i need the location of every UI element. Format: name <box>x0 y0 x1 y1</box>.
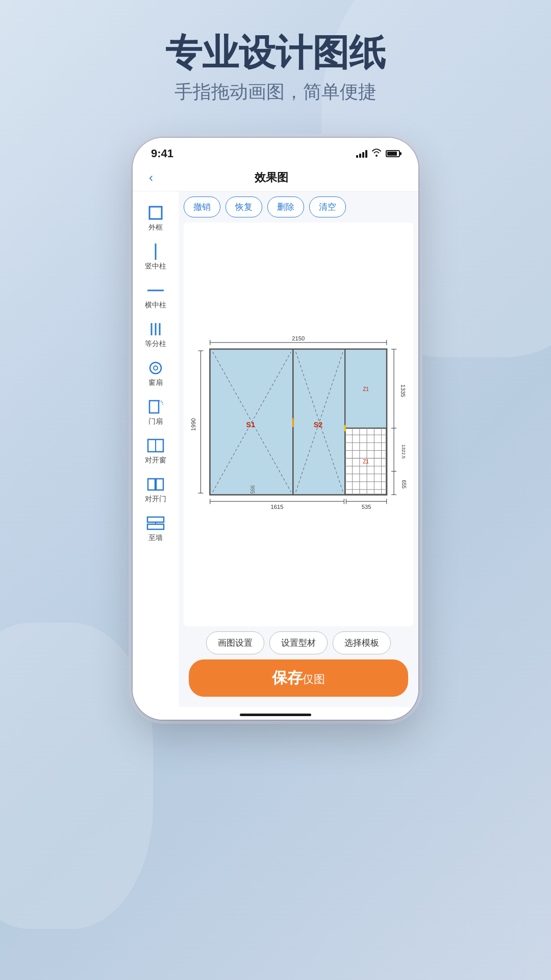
save-main-label: 保存 <box>272 669 303 686</box>
home-bar <box>240 714 311 716</box>
svg-rect-11 <box>148 479 155 490</box>
svg-text:535: 535 <box>362 503 371 509</box>
signal-icon <box>356 150 367 158</box>
svg-text:655: 655 <box>402 480 407 488</box>
svg-rect-8 <box>149 401 159 413</box>
svg-point-6 <box>150 362 161 374</box>
svg-text:S2: S2 <box>314 421 323 429</box>
horizontal-bar-icon <box>146 281 165 300</box>
bg-decoration-2 <box>0 623 153 929</box>
status-bar: 9:41 <box>133 138 418 164</box>
phone-mockup: 9:41 ‹ 效果图 <box>133 138 418 720</box>
square-icon <box>146 204 165 222</box>
page-subtitle: 手指拖动画图，简单便捷 <box>0 80 551 105</box>
window-sash-label: 窗扇 <box>148 378 163 387</box>
select-template-button[interactable]: 选择模板 <box>333 631 391 654</box>
status-icons <box>356 149 400 159</box>
svg-rect-14 <box>147 524 164 529</box>
clear-button[interactable]: 清空 <box>309 197 346 217</box>
vertical-bar-icon <box>146 242 165 261</box>
outer-frame-label: 外框 <box>148 223 163 232</box>
sidebar-item-door-sash[interactable]: 门扇 <box>133 394 179 430</box>
home-indicator <box>133 707 418 720</box>
redo-button[interactable]: 恢复 <box>226 197 262 217</box>
svg-point-7 <box>154 366 158 370</box>
svg-text:Z1: Z1 <box>363 386 369 391</box>
drawing-area: 2150 1990 <box>184 223 413 626</box>
double-window-label: 对开窗 <box>145 456 166 465</box>
svg-text:S1: S1 <box>246 421 256 429</box>
sidebar-item-equal-col[interactable]: 等分柱 <box>133 316 179 353</box>
double-door-icon <box>146 475 165 494</box>
sidebar-item-window-sash[interactable]: 窗扇 <box>133 355 179 391</box>
door-sash-icon <box>146 398 165 416</box>
svg-text:2150: 2150 <box>292 335 305 341</box>
page-header: 专业设计图纸 手指拖动画图，简单便捷 <box>0 31 551 105</box>
delete-button[interactable]: 删除 <box>267 197 304 217</box>
bottom-tool-buttons: 画图设置 设置型材 选择模板 <box>184 631 413 654</box>
svg-rect-12 <box>156 479 163 490</box>
drawing-settings-button[interactable]: 画图设置 <box>206 631 264 654</box>
svg-text:Z1: Z1 <box>363 459 369 464</box>
wall-icon <box>146 514 165 532</box>
svg-text:1990: 1990 <box>190 418 196 431</box>
sidebar-item-vertical-col[interactable]: 竖中柱 <box>133 238 179 275</box>
nav-title: 效果图 <box>157 170 386 185</box>
circle-o-icon <box>146 359 165 377</box>
nav-bar: ‹ 效果图 <box>133 164 418 191</box>
battery-icon <box>386 150 400 157</box>
equal-col-label: 等分柱 <box>145 339 166 349</box>
main-content: 外框 竖中柱 横中柱 <box>133 191 418 707</box>
svg-text:1322.5: 1322.5 <box>402 444 407 458</box>
double-window-icon <box>146 436 165 455</box>
svg-rect-13 <box>147 517 164 522</box>
window-svg: 2150 1990 <box>189 233 408 616</box>
svg-text:995: 995 <box>249 485 255 494</box>
sidebar-item-double-window[interactable]: 对开窗 <box>133 432 179 469</box>
undo-button[interactable]: 撤销 <box>184 197 220 217</box>
save-sub-label: 仅图 <box>303 673 325 685</box>
door-sash-label: 门扇 <box>148 417 163 426</box>
sidebar-item-double-door[interactable]: 对开门 <box>133 471 179 508</box>
wifi-icon <box>371 149 382 159</box>
sidebar-item-outer-frame[interactable]: 外框 <box>133 200 179 236</box>
triple-bar-icon <box>146 320 165 338</box>
sidebar-item-horizontal-col[interactable]: 横中柱 <box>133 277 179 314</box>
horizontal-col-label: 横中柱 <box>145 301 166 310</box>
wall-label: 至墙 <box>148 533 163 543</box>
svg-text:1335: 1335 <box>400 384 407 397</box>
save-button[interactable]: 保存仅图 <box>189 659 408 697</box>
vertical-col-label: 竖中柱 <box>145 262 166 271</box>
back-button[interactable]: ‹ <box>145 168 157 187</box>
sidebar-item-wall[interactable]: 至墙 <box>133 510 179 547</box>
page-title: 专业设计图纸 <box>0 31 551 75</box>
sidebar: 外框 竖中柱 横中柱 <box>133 191 179 707</box>
double-door-label: 对开门 <box>145 495 166 504</box>
svg-text:1615: 1615 <box>271 503 284 509</box>
material-settings-button[interactable]: 设置型材 <box>269 631 328 654</box>
right-content: 撤销 恢复 删除 清空 2150 1990 <box>179 191 418 707</box>
svg-rect-0 <box>149 207 162 219</box>
status-time: 9:41 <box>151 147 173 160</box>
action-buttons: 撤销 恢复 删除 清空 <box>184 197 413 217</box>
